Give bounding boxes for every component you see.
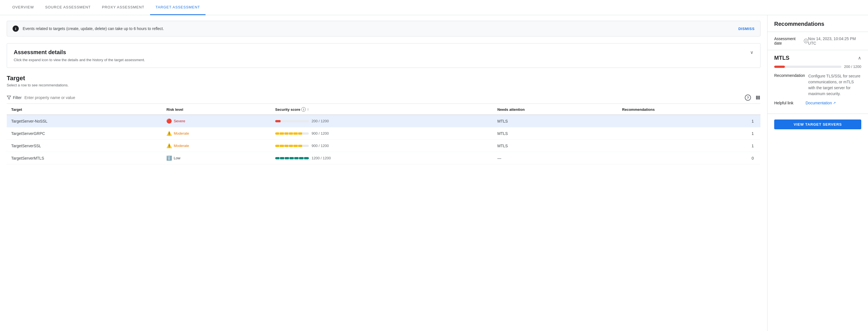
cell-score: 1200 / 1200 bbox=[271, 152, 493, 164]
assessment-details-expand-icon[interactable] bbox=[750, 49, 753, 55]
filter-right: ? bbox=[745, 94, 761, 101]
assessment-date-label: Assessment date i bbox=[774, 36, 808, 46]
filter-icon-label: Filter bbox=[7, 95, 22, 100]
filter-input[interactable] bbox=[24, 95, 86, 100]
banner-text: Events related to targets (create, updat… bbox=[23, 26, 735, 31]
cell-target: TargetServerSSL bbox=[7, 140, 162, 152]
assessment-date-row: Assessment date i Nov 14, 2023, 10:04:25… bbox=[768, 32, 868, 50]
help-icon[interactable]: ? bbox=[745, 94, 751, 101]
score-bar-container: 900 / 1200 bbox=[275, 131, 489, 136]
score-bar bbox=[275, 145, 309, 147]
tab-proxy-assessment[interactable]: PROXY ASSESSMENT bbox=[96, 0, 150, 15]
table-row[interactable]: TargetServerMTLS ℹ️ Low bbox=[7, 152, 761, 164]
external-link-icon: ↗ bbox=[833, 101, 836, 105]
cell-risk-level: ⚠️ Moderate bbox=[162, 140, 271, 152]
mtls-header: MTLS bbox=[774, 55, 861, 61]
score-text: 900 / 1200 bbox=[312, 131, 329, 136]
mtls-section: MTLS 200 / 1200 Recommendation Configure… bbox=[768, 50, 868, 114]
helpful-link-row: Helpful link Documentation ↗ bbox=[774, 101, 861, 105]
documentation-link[interactable]: Documentation ↗ bbox=[806, 101, 836, 105]
score-bar-container: 200 / 1200 bbox=[275, 119, 489, 123]
cell-needs-attention: MTLS bbox=[493, 127, 618, 140]
col-security-score: Security score i ↑ bbox=[271, 104, 493, 115]
tab-source-assessment[interactable]: SOURCE ASSESSMENT bbox=[39, 0, 96, 15]
helpful-link-label: Helpful link bbox=[774, 101, 802, 105]
target-title: Target bbox=[7, 75, 761, 82]
svg-rect-1 bbox=[756, 95, 757, 100]
target-table: Target Risk level Security score i ↑ Nee… bbox=[7, 104, 761, 164]
cell-recommendations: 0 bbox=[618, 152, 761, 164]
assessment-details-section: Assessment details Click the expand icon… bbox=[7, 43, 761, 68]
cell-target: TargetServerGRPC bbox=[7, 127, 162, 140]
filter-left: Filter bbox=[7, 95, 86, 100]
mtls-score-text: 200 / 1200 bbox=[844, 64, 861, 69]
risk-badge-moderate: ⚠️ Moderate bbox=[166, 143, 266, 148]
assessment-details-title: Assessment details bbox=[14, 49, 66, 56]
score-bar-container: 900 / 1200 bbox=[275, 144, 489, 148]
moderate-icon: ⚠️ bbox=[166, 131, 172, 136]
mtls-score-row: 200 / 1200 bbox=[774, 64, 861, 69]
cell-risk-level: 🔴 Severe bbox=[162, 115, 271, 127]
view-btn-container: VIEW TARGET SERVERS bbox=[768, 114, 868, 135]
recommendation-text: Configure TLS/SSL for secure communicati… bbox=[808, 73, 861, 97]
mtls-bar-fill bbox=[774, 66, 785, 68]
tab-overview[interactable]: OVERVIEW bbox=[7, 0, 39, 15]
dismiss-button[interactable]: DISMISS bbox=[738, 27, 754, 31]
main-layout: i Events related to targets (create, upd… bbox=[0, 15, 868, 331]
security-score-info-icon[interactable]: i bbox=[301, 107, 306, 112]
score-text: 1200 / 1200 bbox=[312, 156, 331, 160]
cell-needs-attention: MTLS bbox=[493, 115, 618, 127]
moderate-icon: ⚠️ bbox=[166, 143, 172, 148]
risk-badge-moderate: ⚠️ Moderate bbox=[166, 131, 266, 136]
table-row[interactable]: TargetServerSSL ⚠️ Moderate bbox=[7, 140, 761, 152]
score-bar-container: 1200 / 1200 bbox=[275, 156, 489, 160]
cell-risk-level: ℹ️ Low bbox=[162, 152, 271, 164]
mtls-collapse-icon[interactable] bbox=[858, 55, 861, 61]
score-text: 900 / 1200 bbox=[312, 144, 329, 148]
cell-needs-attention: MTLS bbox=[493, 140, 618, 152]
assessment-details-subtitle: Click the expand icon to view the detail… bbox=[14, 58, 753, 62]
filter-row: Filter ? bbox=[7, 92, 761, 104]
view-target-servers-button[interactable]: VIEW TARGET SERVERS bbox=[774, 119, 861, 129]
mtls-score-bar bbox=[774, 66, 841, 68]
security-score-sort-icon[interactable]: ↑ bbox=[307, 107, 309, 112]
table-header-row: Target Risk level Security score i ↑ Nee… bbox=[7, 104, 761, 115]
info-icon: i bbox=[12, 26, 19, 32]
navigation-tabs: OVERVIEW SOURCE ASSESSMENT PROXY ASSESSM… bbox=[0, 0, 868, 15]
cell-score: 900 / 1200 bbox=[271, 127, 493, 140]
right-panel: Recommendations Assessment date i Nov 14… bbox=[767, 15, 868, 331]
score-bar bbox=[275, 120, 309, 122]
score-bar bbox=[275, 132, 309, 135]
filter-funnel-icon bbox=[7, 95, 11, 100]
recommendation-label: Recommendation bbox=[774, 73, 805, 97]
col-target: Target bbox=[7, 104, 162, 115]
cell-score: 900 / 1200 bbox=[271, 140, 493, 152]
table-row[interactable]: TargetServer-NoSSL 🔴 Severe bbox=[7, 115, 761, 127]
table-row[interactable]: TargetServerGRPC ⚠️ Moderate bbox=[7, 127, 761, 140]
assessment-date-info-icon[interactable]: i bbox=[804, 39, 808, 43]
cell-recommendations: 1 bbox=[618, 127, 761, 140]
info-banner: i Events related to targets (create, upd… bbox=[7, 21, 761, 36]
cell-target: TargetServerMTLS bbox=[7, 152, 162, 164]
assessment-date-value: Nov 14, 2023, 10:04:25 PM UTC bbox=[808, 36, 861, 46]
svg-marker-0 bbox=[7, 96, 11, 99]
score-text: 200 / 1200 bbox=[312, 119, 329, 123]
severe-icon: 🔴 bbox=[166, 118, 172, 124]
cell-risk-level: ⚠️ Moderate bbox=[162, 127, 271, 140]
cell-score: 200 / 1200 bbox=[271, 115, 493, 127]
low-icon: ℹ️ bbox=[166, 156, 172, 161]
svg-rect-2 bbox=[757, 95, 758, 100]
cell-target: TargetServer-NoSSL bbox=[7, 115, 162, 127]
content-panel: i Events related to targets (create, upd… bbox=[0, 15, 767, 331]
recommendations-title: Recommendations bbox=[768, 15, 868, 32]
filter-label: Filter bbox=[13, 95, 22, 100]
cell-recommendations: 1 bbox=[618, 115, 761, 127]
col-needs-attention: Needs attention bbox=[493, 104, 618, 115]
recommendation-row: Recommendation Configure TLS/SSL for sec… bbox=[774, 73, 861, 97]
risk-badge-low: ℹ️ Low bbox=[166, 156, 266, 161]
mtls-title: MTLS bbox=[774, 55, 789, 61]
tab-target-assessment[interactable]: TARGET ASSESSMENT bbox=[150, 0, 206, 15]
columns-icon[interactable] bbox=[755, 95, 761, 100]
svg-rect-3 bbox=[759, 95, 760, 100]
col-risk-level: Risk level bbox=[162, 104, 271, 115]
